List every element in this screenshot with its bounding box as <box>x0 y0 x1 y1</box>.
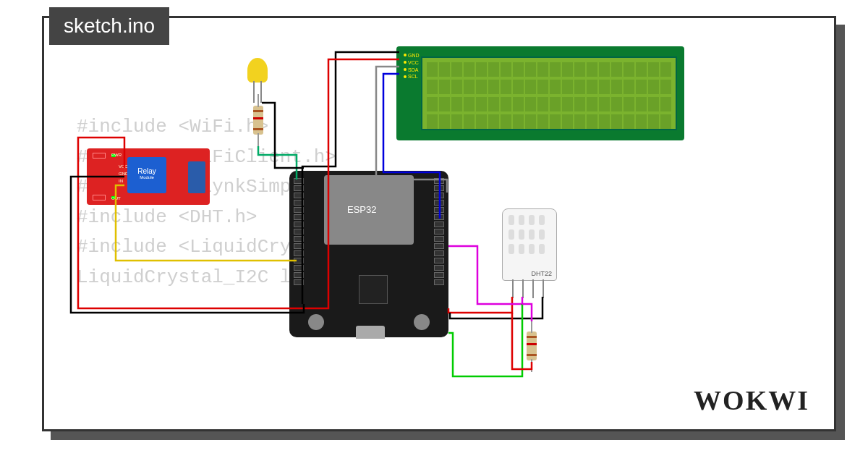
relay-label: IN <box>119 179 123 183</box>
resistor-1[interactable] <box>253 106 263 135</box>
dht-leg <box>512 279 514 298</box>
esp32-chip <box>359 275 388 304</box>
relay-pad <box>93 153 106 159</box>
dht-leg <box>542 279 544 298</box>
esp32-usb-port <box>356 326 385 339</box>
relay-coil: Relay Module <box>127 157 166 193</box>
led-leg <box>260 81 262 103</box>
relay-pad <box>93 195 106 200</box>
dht-label: DHT22 <box>531 270 552 277</box>
led-yellow[interactable] <box>247 58 268 83</box>
relay-label: VCC <box>119 164 128 169</box>
relay-terminal <box>188 161 205 193</box>
esp32-label: ESP32 <box>347 204 376 215</box>
relay-label: OUT <box>111 196 121 200</box>
dht-leg <box>532 279 534 298</box>
esp32-pins-left <box>294 178 304 308</box>
dht-leg <box>522 279 524 298</box>
relay-label: PWR <box>111 153 122 157</box>
esp32-en-button[interactable] <box>308 314 324 330</box>
wokwi-logo: WOKWI <box>694 384 809 416</box>
lcd-display[interactable]: GND VCC SDA SCL <box>396 46 684 140</box>
resistor-2[interactable] <box>527 332 537 360</box>
esp32-boot-button[interactable] <box>414 314 430 330</box>
dht22-sensor[interactable]: DHT22 <box>502 208 557 281</box>
lcd-screen <box>421 56 677 130</box>
lcd-pin-labels: GND VCC SDA SCL <box>402 52 420 80</box>
file-tab[interactable]: sketch.ino <box>49 7 169 45</box>
esp32-pins-right <box>434 178 444 308</box>
file-tab-label: sketch.ino <box>64 14 155 37</box>
led-leg <box>253 81 255 103</box>
relay-module[interactable]: PWR VCC GND IN OUT Relay Module <box>87 148 210 205</box>
esp32-board[interactable]: ESP32 <box>289 171 448 337</box>
